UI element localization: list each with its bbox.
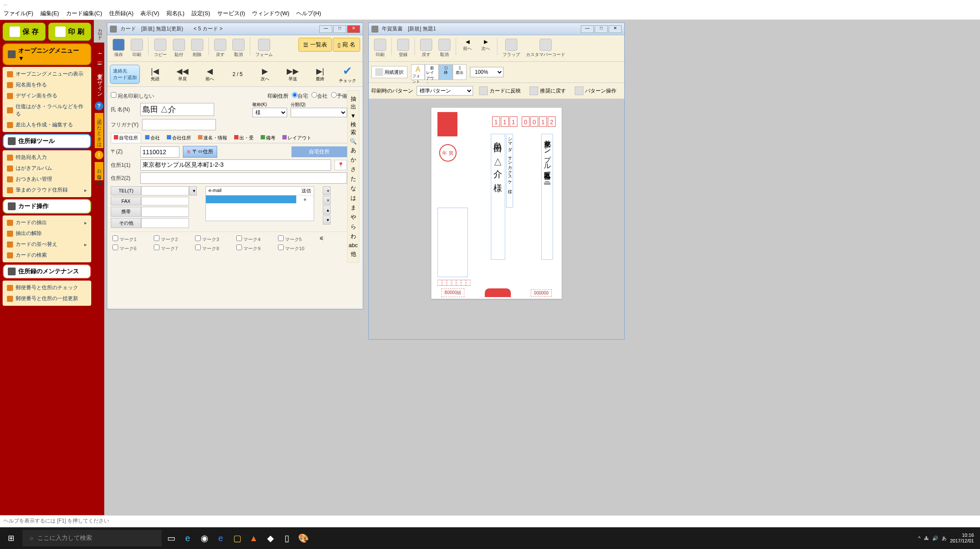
furigana-input[interactable] (142, 119, 216, 130)
pv-redo[interactable]: 取消 (436, 38, 453, 59)
pv-register[interactable]: 登録 (394, 38, 412, 59)
zoom-select[interactable]: 100% (470, 67, 503, 77)
menu-cardedit[interactable]: カード編集(C) (66, 10, 102, 18)
tb-save[interactable]: 保存 (110, 38, 127, 59)
preview-window-titlebar[interactable]: 年賀葉書 [新規] 無題1 — □ ✕ (369, 23, 624, 35)
tb-paste[interactable]: 貼付 (170, 38, 188, 59)
reset-button[interactable]: 推奨に戻す (527, 86, 569, 96)
menu-help[interactable]: ヘルプ(H) (296, 10, 321, 18)
mark3-checkbox[interactable] (195, 235, 201, 241)
zip-input[interactable] (140, 146, 179, 158)
info-icon[interactable]: ! (95, 151, 103, 159)
vtab-design[interactable]: 文章デザイン (94, 65, 104, 100)
tab-memo[interactable]: 備考 (258, 133, 278, 143)
idx-extract[interactable]: 抽出 (348, 95, 358, 111)
mobile-input[interactable] (141, 207, 189, 217)
sidebar-item-zipupdate[interactable]: 郵便番号と住所の一括更新 (4, 293, 89, 304)
nav-prev[interactable]: ◀前へ (198, 66, 222, 82)
fax-input[interactable] (141, 197, 189, 205)
vlc-icon[interactable]: ▲ (247, 531, 261, 545)
idx-na[interactable]: な (348, 185, 358, 192)
map-pin-button[interactable]: 📍 (334, 160, 347, 170)
dont-print-checkbox[interactable] (111, 92, 116, 98)
help-tab[interactable]: 困ったときは (95, 113, 103, 148)
menu-settings[interactable]: 設定(S) (192, 10, 210, 18)
email-cell[interactable] (206, 195, 296, 203)
idx-other[interactable]: 他 (348, 250, 358, 258)
tel-dropdown[interactable]: ▾ (189, 186, 197, 195)
frame-toggle[interactable]: ◻枠 (439, 64, 453, 80)
idx-abc[interactable]: abc (348, 242, 358, 248)
sidebar-item-album[interactable]: はがきアルバム (4, 163, 89, 174)
name-input[interactable] (140, 103, 214, 116)
mark10-checkbox[interactable] (278, 245, 284, 250)
reflect-button[interactable]: カードに反映 (477, 86, 523, 96)
addr1-input[interactable] (140, 159, 331, 171)
pv-print[interactable]: 印刷 (371, 38, 389, 59)
explorer-icon[interactable]: ▢ (230, 531, 244, 545)
idx-ka[interactable]: か (348, 156, 358, 164)
taskbar-clock[interactable]: 10:162017/12/01 (950, 532, 974, 544)
chrome-icon[interactable]: ◉ (197, 531, 211, 545)
pv-maximize-button[interactable]: □ (595, 25, 608, 33)
pv-close-button[interactable]: ✕ (609, 25, 622, 33)
tel-input[interactable] (141, 186, 189, 195)
recipient-address[interactable]: 東京都サンプル区見本町 一ー二ー三 (541, 134, 553, 260)
tb-form[interactable]: フォーム (253, 38, 275, 59)
menu-addressbook[interactable]: 住所録(A) (109, 10, 133, 18)
menu-view[interactable]: 表示(V) (140, 10, 159, 18)
print-button[interactable]: 印 刷 (48, 23, 91, 41)
tab-joint[interactable]: 連名・情報 (195, 133, 230, 143)
nav-check[interactable]: ✔チェック (335, 64, 360, 84)
email-add[interactable]: + (323, 186, 331, 195)
sidebar-item-otsukiai[interactable]: おつきあい管理 (4, 174, 89, 185)
task-view-icon[interactable]: ▭ (164, 531, 178, 545)
nav-next[interactable]: ▶次へ (253, 66, 278, 82)
tb-list[interactable]: ☰一覧表 (298, 38, 332, 52)
tb-copy[interactable]: コピー (151, 38, 169, 59)
mark5-checkbox[interactable] (278, 235, 284, 241)
app-icon-1[interactable]: ◆ (263, 531, 277, 545)
pv-barcode[interactable]: カスタマバーコード (523, 38, 568, 59)
start-button[interactable]: ⊞ (2, 529, 20, 547)
sidebar-item-atena[interactable]: 宛名面を作る (4, 79, 89, 90)
idx-ha[interactable]: は (348, 194, 358, 202)
email-down[interactable]: ▾ (323, 215, 331, 225)
tab-layout[interactable]: レイアウト (279, 133, 315, 143)
other-input[interactable] (141, 218, 189, 228)
vtab-atena[interactable]: 宛名 (94, 43, 104, 54)
save-button[interactable]: 保 存 (3, 23, 46, 41)
radio-spare[interactable] (331, 92, 337, 98)
pattern-ops-button[interactable]: パターン操作 (572, 86, 619, 96)
paint-icon[interactable]: 🎨 (296, 531, 310, 545)
sidebar-item-sort[interactable]: カードの並べ替え▸ (4, 239, 89, 250)
minimize-button[interactable]: — (319, 25, 332, 33)
marks-options-icon[interactable]: ⚟ (319, 235, 325, 243)
pv-next[interactable]: ▶次へ (477, 38, 494, 53)
tray-volume-icon[interactable]: 🔊 (932, 536, 938, 541)
paper-select-button[interactable]: 用紙選択 (371, 66, 407, 78)
tab-home-addr[interactable]: 自宅住所 (111, 133, 141, 143)
nav-fastback[interactable]: ◀◀早戻 (170, 66, 195, 82)
email-del[interactable]: × (323, 196, 331, 205)
bunrui-select[interactable] (291, 108, 347, 117)
output-toggle[interactable]: ▯差出 (453, 64, 467, 80)
mark7-checkbox[interactable] (154, 245, 159, 250)
tb-delete[interactable]: 削除 (189, 38, 206, 59)
idx-filter-icon[interactable]: ▼ (348, 112, 358, 119)
radio-company[interactable] (311, 92, 317, 98)
tab-company[interactable]: 会社 (142, 133, 163, 143)
sidebar-item-label[interactable]: 往復はがき・ラベルなどを作る (4, 101, 89, 119)
app-icon-2[interactable]: ▯ (280, 531, 294, 545)
pv-minimize-button[interactable]: — (581, 25, 594, 33)
nav-first[interactable]: |◀先頭 (142, 66, 167, 82)
tray-network-icon[interactable]: 🖧 (924, 536, 929, 541)
mark6-checkbox[interactable] (113, 245, 118, 250)
font-toggle[interactable]: Aフォント (411, 64, 425, 80)
edge-icon[interactable]: e (214, 531, 228, 545)
info-tab[interactable]: お得な情報 (95, 162, 103, 180)
pv-prev[interactable]: ◀前へ (459, 38, 476, 53)
maximize-button[interactable]: □ (333, 25, 346, 33)
recipient-furigana[interactable]: シマダ サンカクスケ 様 (506, 134, 513, 208)
help-icon[interactable]: ? (95, 102, 103, 110)
